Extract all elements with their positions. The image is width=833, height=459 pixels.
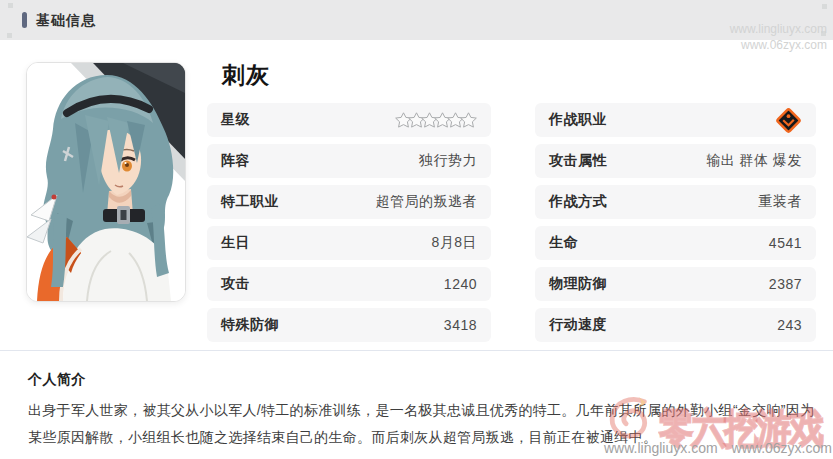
row-label: 阵容 [221,152,250,170]
combat-class-diamond-icon [775,107,802,134]
corner-dot [8,3,13,8]
row-label: 生命 [549,234,578,252]
row-label: 攻击 [221,275,250,293]
corner-dot [822,4,827,9]
watermark-url: www.lingliuyx.com [604,440,718,456]
row-value: 3418 [444,317,477,333]
flame-swirl-logo-icon [606,394,652,440]
info-row-hp: 生命 4541 [535,226,816,260]
watermark-url: www.06zyx.com [730,37,827,53]
character-portrait [26,62,186,302]
basic-info-page: 基础信息 www.lingliuyx.com www.06zyx.com [0,0,833,459]
section-title: 基础信息 [36,12,96,30]
row-value: 独行势力 [419,152,477,170]
corner-dot [7,33,12,38]
info-row-star-rating: 星级 [207,103,491,137]
row-value: 243 [777,317,802,333]
info-row-physical-defense: 物理防御 2387 [535,267,816,301]
info-row-combat-class: 作战职业 [535,103,816,137]
row-label: 行动速度 [549,316,607,334]
info-row-special-defense: 特殊防御 3418 [207,308,491,342]
row-label: 生日 [221,234,250,252]
row-value: 输出 群体 爆发 [706,152,802,170]
info-row-agent-class: 特工职业 超管局的叛逃者 [207,185,491,219]
star-rating-six-stars [399,112,477,129]
info-row-combat-style: 作战方式 重装者 [535,185,816,219]
header-accent-bar [22,12,27,28]
row-label: 作战职业 [549,111,607,129]
row-value: 4541 [769,235,802,251]
character-name: 刺灰 [222,60,270,91]
row-value: 2387 [769,276,802,292]
row-label: 攻击属性 [549,152,607,170]
top-right-watermark: www.lingliuyx.com www.06zyx.com [730,21,827,53]
row-label: 物理防御 [549,275,607,293]
watermark-url: www.lingliuyx.com [730,21,827,37]
info-row-attack-attribute: 攻击属性 输出 群体 爆发 [535,144,816,178]
info-row-birthday: 生日 8月8日 [207,226,491,260]
section-divider [0,350,833,351]
info-row-faction: 阵容 独行势力 [207,144,491,178]
row-value: 超管局的叛逃者 [376,193,478,211]
row-value: 8月8日 [431,234,477,252]
row-label: 特工职业 [221,193,279,211]
info-row-attack: 攻击 1240 [207,267,491,301]
row-value: 1240 [444,276,477,292]
watermark-url: www.06zyx.com [732,440,832,456]
bottom-watermark-urls: www.lingliuyx.com www.06zyx.com [604,440,832,456]
row-value: 重装者 [759,193,803,211]
row-label: 星级 [221,111,250,129]
info-row-speed: 行动速度 243 [535,308,816,342]
profile-heading: 个人简介 [28,371,86,389]
row-label: 特殊防御 [221,316,279,334]
character-portrait-art [27,63,185,301]
section-header-bar: 基础信息 [0,0,833,40]
row-label: 作战方式 [549,193,607,211]
